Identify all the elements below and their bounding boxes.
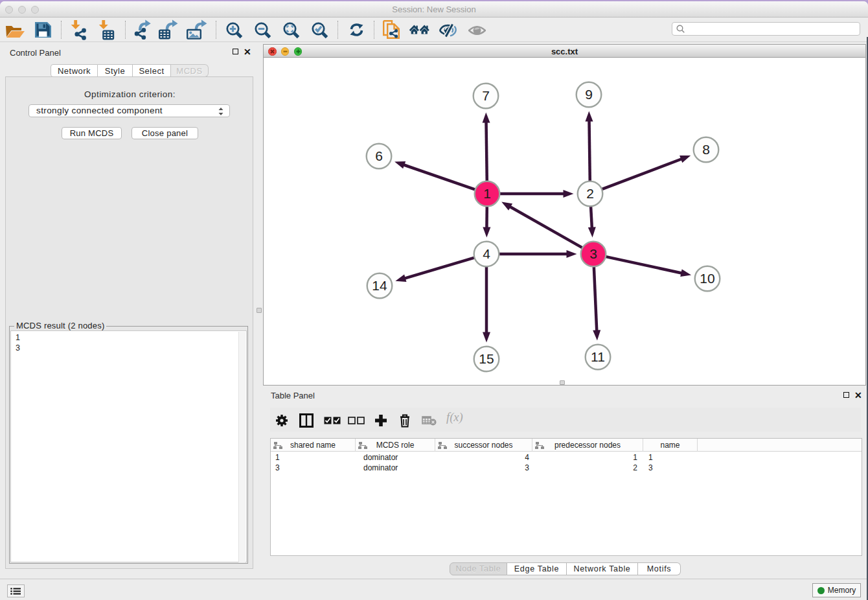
- svg-text:8: 8: [702, 142, 710, 157]
- svg-text:1: 1: [483, 186, 491, 201]
- svg-text:4: 4: [483, 246, 490, 261]
- svg-text:14: 14: [372, 278, 387, 293]
- svg-text:2: 2: [586, 186, 594, 201]
- svg-text:10: 10: [700, 271, 714, 286]
- svg-text:9: 9: [585, 87, 593, 102]
- svg-text:6: 6: [375, 148, 383, 163]
- svg-text:15: 15: [479, 351, 494, 366]
- svg-text:7: 7: [482, 88, 490, 103]
- svg-text:11: 11: [591, 349, 605, 364]
- svg-text:3: 3: [589, 246, 597, 261]
